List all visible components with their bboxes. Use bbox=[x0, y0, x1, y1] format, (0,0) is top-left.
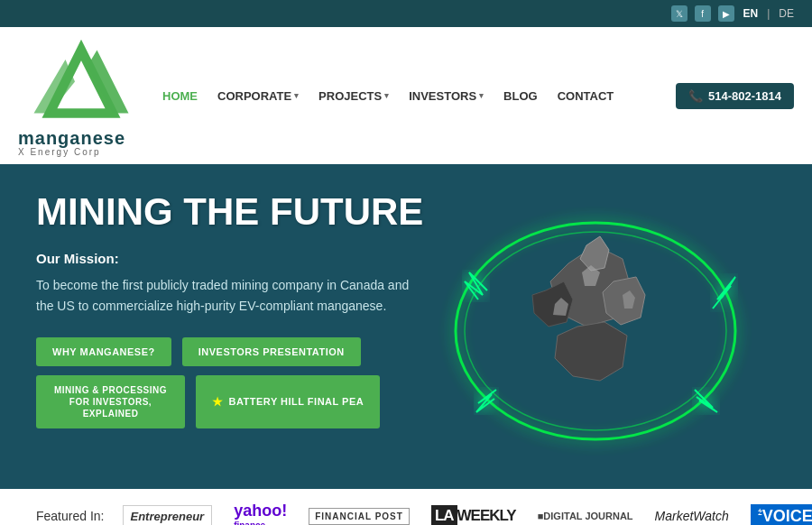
logo-text: manganese bbox=[18, 129, 125, 147]
la-weekly-logo: LAWEEKLY bbox=[431, 507, 516, 525]
nav-home[interactable]: HOME bbox=[162, 89, 198, 103]
lang-divider: | bbox=[767, 7, 770, 20]
nav-blog[interactable]: BLOG bbox=[503, 89, 538, 103]
digital-journal-logo: ■DIGITAL JOURNAL bbox=[538, 511, 633, 521]
youtube-icon[interactable]: ▶ bbox=[718, 5, 734, 22]
chevron-down-icon: ▾ bbox=[479, 91, 484, 100]
header: manganese X Energy Corp HOME CORPORATE ▾… bbox=[0, 27, 812, 164]
mining-processing-button[interactable]: MINING & PROCESSING FOR INVESTORS, EXPLA… bbox=[36, 375, 185, 428]
featured-logos: Entrepreneur yahoo!finance FINANCIAL POS… bbox=[123, 502, 813, 525]
phone-icon: 📞 bbox=[688, 89, 703, 103]
lang-en[interactable]: EN bbox=[743, 7, 759, 20]
mission-text: To become the first publicly traded mini… bbox=[36, 275, 424, 316]
financial-post-logo: FINANCIAL POST bbox=[309, 508, 410, 525]
svg-marker-1 bbox=[34, 60, 76, 114]
lang-de[interactable]: DE bbox=[779, 7, 794, 20]
twitter-icon[interactable]: 𝕏 bbox=[671, 5, 687, 22]
featured-label: Featured In: bbox=[36, 509, 105, 523]
logo-sub: X Energy Corp bbox=[18, 147, 101, 157]
cta-buttons: WHY MANGANESE? INVESTORS PRESENTATION bbox=[36, 337, 424, 366]
featured-section: Featured In: Entrepreneur yahoo!finance … bbox=[0, 489, 812, 525]
nav-projects[interactable]: PROJECTS ▾ bbox=[318, 89, 389, 103]
phone-number: 514-802-1814 bbox=[708, 89, 781, 103]
battery-hill-pea-button[interactable]: ★ BATTERY HILL FINAL PEA bbox=[196, 375, 380, 428]
nav-investors[interactable]: INVESTORS ▾ bbox=[409, 89, 484, 103]
logo-area[interactable]: manganese X Energy Corp bbox=[18, 34, 144, 157]
main-nav: HOME CORPORATE ▾ PROJECTS ▾ INVESTORS ▾ … bbox=[162, 89, 658, 103]
voice-logo: ẑVOICE bbox=[751, 504, 812, 526]
cta-buttons-row2: MINING & PROCESSING FOR INVESTORS, EXPLA… bbox=[36, 375, 424, 428]
hero-section: MINING THE FUTURE Our Mission: To become… bbox=[0, 164, 812, 489]
star-icon: ★ bbox=[212, 395, 224, 409]
hero-title: MINING THE FUTURE bbox=[36, 191, 424, 233]
hero-content: MINING THE FUTURE Our Mission: To become… bbox=[36, 191, 424, 428]
top-bar: 𝕏 f ▶ EN | DE bbox=[0, 0, 812, 27]
facebook-icon[interactable]: f bbox=[695, 5, 711, 22]
why-manganese-button[interactable]: WHY MANGANESE? bbox=[36, 337, 171, 366]
investors-presentation-button[interactable]: INVESTORS PRESENTATION bbox=[182, 337, 361, 366]
chevron-down-icon: ▾ bbox=[384, 91, 389, 100]
phone-button[interactable]: 📞 514-802-1814 bbox=[676, 83, 794, 109]
crystal-image bbox=[406, 191, 785, 471]
crystal-svg bbox=[406, 191, 785, 471]
marketwatch-logo: MarketWatch bbox=[655, 509, 729, 523]
entrepreneur-logo: Entrepreneur bbox=[123, 505, 213, 526]
chevron-down-icon: ▾ bbox=[294, 91, 299, 100]
logo-icon bbox=[18, 34, 144, 129]
mission-label: Our Mission: bbox=[36, 251, 424, 266]
nav-corporate[interactable]: CORPORATE ▾ bbox=[217, 89, 299, 103]
nav-contact[interactable]: CONTACT bbox=[558, 89, 614, 103]
yahoo-finance-logo: yahoo!finance bbox=[234, 502, 287, 525]
social-icons: 𝕏 f ▶ bbox=[671, 5, 734, 22]
svg-marker-6 bbox=[555, 322, 627, 381]
